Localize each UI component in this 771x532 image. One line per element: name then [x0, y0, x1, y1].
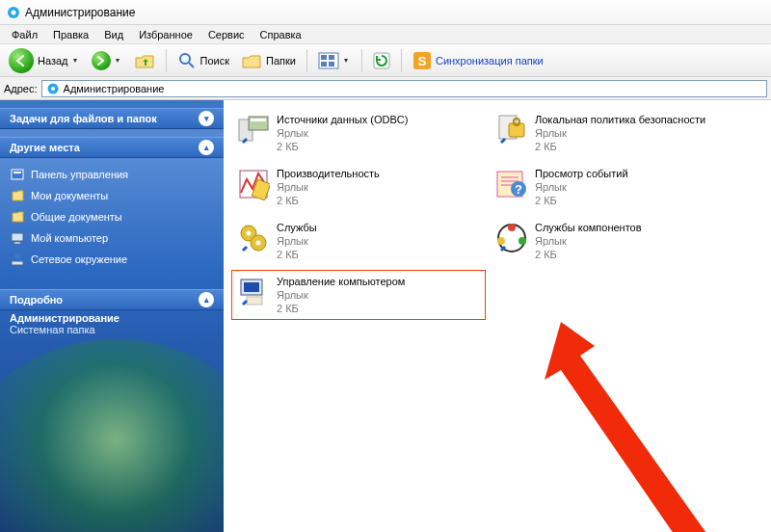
sidebar-item-my-documents[interactable]: Мои документы — [10, 185, 214, 206]
item-name: Управление компьютером — [277, 275, 405, 288]
item-size: 2 КБ — [535, 248, 642, 261]
odbc-icon — [236, 113, 271, 147]
item-name: Источники данных (ODBC) — [277, 113, 408, 126]
menu-help[interactable]: Справка — [253, 27, 309, 42]
window-title: Администрирование — [25, 6, 135, 19]
item-event-viewer[interactable]: ? Просмотр событий Ярлык 2 КБ — [490, 162, 744, 212]
menu-edit[interactable]: Правка — [45, 27, 96, 42]
item-type: Ярлык — [277, 180, 380, 194]
sidebar-item-my-computer[interactable]: Мой компьютер — [10, 227, 214, 249]
gear-app-icon — [6, 5, 21, 20]
svg-rect-15 — [13, 172, 21, 173]
network-icon — [10, 252, 25, 267]
toolbar: Назад ▾ ▾ Поиск Папки ▾ — [0, 44, 771, 77]
details-block: Администрирование Системная папка — [0, 310, 224, 345]
event-viewer-icon: ? — [494, 167, 529, 201]
sidebar-item-control-panel[interactable]: Панель управления — [10, 164, 214, 185]
folder-up-icon — [134, 51, 155, 70]
refresh-button[interactable] — [368, 48, 395, 73]
panel-header-tasks[interactable]: Задачи для файлов и папок ▾ — [0, 108, 224, 129]
item-size: 2 КБ — [277, 140, 408, 153]
panel-places-body: Панель управления Мои документы Общие до… — [0, 158, 224, 281]
panel-header-places[interactable]: Другие места ▴ — [0, 137, 224, 158]
menu-tools[interactable]: Сервис — [200, 27, 253, 42]
svg-rect-8 — [329, 62, 334, 66]
menu-bar: Файл Правка Вид Избранное Сервис Справка — [0, 25, 771, 44]
svg-point-39 — [508, 224, 516, 231]
content-area[interactable]: Источники данных (ODBC) Ярлык 2 КБ Локал… — [224, 100, 771, 532]
address-field[interactable]: Администрирование — [41, 80, 767, 97]
views-button[interactable]: ▾ — [313, 48, 356, 73]
svg-line-3 — [189, 63, 194, 67]
sidebar-item-label: Мои документы — [31, 190, 108, 201]
chevron-up-icon: ▴ — [199, 140, 214, 155]
address-label: Адрес: — [4, 83, 38, 94]
item-type: Ярлык — [277, 126, 408, 140]
item-local-security-policy[interactable]: Локальная политика безопасности Ярлык 2 … — [490, 108, 744, 158]
panel-header-places-label: Другие места — [10, 142, 80, 153]
back-dropdown-icon[interactable]: ▾ — [70, 56, 80, 65]
toolbar-separator — [166, 49, 167, 72]
sidebar: Задачи для файлов и папок ▾ Другие места… — [0, 100, 224, 532]
item-size: 2 КБ — [277, 302, 405, 315]
svg-rect-5 — [321, 55, 327, 60]
svg-point-1 — [12, 10, 16, 14]
documents-icon — [10, 188, 25, 203]
item-size: 2 КБ — [535, 194, 628, 207]
services-icon — [236, 221, 271, 255]
svg-point-2 — [180, 54, 190, 64]
item-name: Производительность — [277, 167, 380, 180]
svg-point-36 — [247, 231, 252, 236]
search-button[interactable]: Поиск — [173, 48, 234, 73]
sidebar-item-network[interactable]: Сетевое окружение — [10, 249, 214, 270]
svg-point-41 — [497, 237, 505, 245]
svg-rect-22 — [251, 119, 266, 121]
item-type: Ярлык — [535, 180, 628, 194]
sidebar-item-shared-documents[interactable]: Общие документы — [10, 206, 214, 227]
item-services[interactable]: Службы Ярлык 2 КБ — [231, 216, 486, 266]
folders-label: Папки — [266, 55, 296, 66]
sidebar-item-label: Панель управления — [31, 169, 128, 180]
annotation-arrow — [527, 317, 771, 532]
item-name: Локальная политика безопасности — [535, 113, 705, 126]
computer-icon — [10, 230, 25, 246]
svg-point-13 — [51, 87, 55, 91]
menu-view[interactable]: Вид — [96, 27, 131, 42]
up-button[interactable] — [129, 48, 160, 73]
refresh-icon — [373, 52, 390, 69]
item-component-services[interactable]: Службы компонентов Ярлык 2 КБ — [490, 216, 744, 266]
views-icon — [318, 52, 339, 69]
menu-favorites[interactable]: Избранное — [131, 27, 200, 42]
svg-text:?: ? — [515, 182, 522, 197]
item-odbc[interactable]: Источники данных (ODBC) Ярлык 2 КБ — [231, 108, 486, 158]
svg-point-37 — [256, 241, 261, 246]
shared-docs-icon — [10, 209, 25, 225]
sync-button[interactable]: S Синхронизация папки — [408, 48, 548, 73]
back-arrow-icon — [9, 48, 34, 73]
toolbar-separator-4 — [401, 49, 402, 72]
forward-dropdown-icon[interactable]: ▾ — [113, 56, 122, 65]
menu-file[interactable]: Файл — [4, 27, 45, 42]
details-subtitle: Системная папка — [10, 324, 214, 335]
panel-header-details[interactable]: Подробно ▴ — [0, 289, 224, 310]
item-performance[interactable]: Производительность Ярлык 2 КБ — [231, 162, 486, 212]
svg-rect-7 — [321, 62, 327, 66]
item-type: Ярлык — [277, 288, 405, 302]
back-button[interactable]: Назад ▾ — [4, 48, 85, 73]
sidebar-item-label: Общие документы — [31, 211, 122, 223]
svg-rect-19 — [12, 261, 23, 265]
svg-rect-17 — [14, 242, 20, 244]
sync-icon: S — [412, 51, 432, 70]
panel-header-tasks-label: Задачи для файлов и папок — [10, 113, 157, 124]
details-title: Администрирование — [10, 312, 214, 324]
views-dropdown-icon[interactable]: ▾ — [341, 56, 351, 65]
search-icon — [177, 51, 197, 70]
folders-button[interactable]: Папки — [236, 48, 301, 73]
sidebar-item-label: Сетевое окружение — [31, 253, 127, 265]
svg-rect-44 — [247, 297, 262, 305]
svg-marker-45 — [545, 322, 734, 532]
forward-button[interactable]: ▾ — [87, 48, 127, 73]
item-computer-management[interactable]: Управление компьютером Ярлык 2 КБ — [231, 270, 486, 320]
svg-rect-14 — [12, 170, 23, 179]
search-label: Поиск — [200, 55, 229, 66]
